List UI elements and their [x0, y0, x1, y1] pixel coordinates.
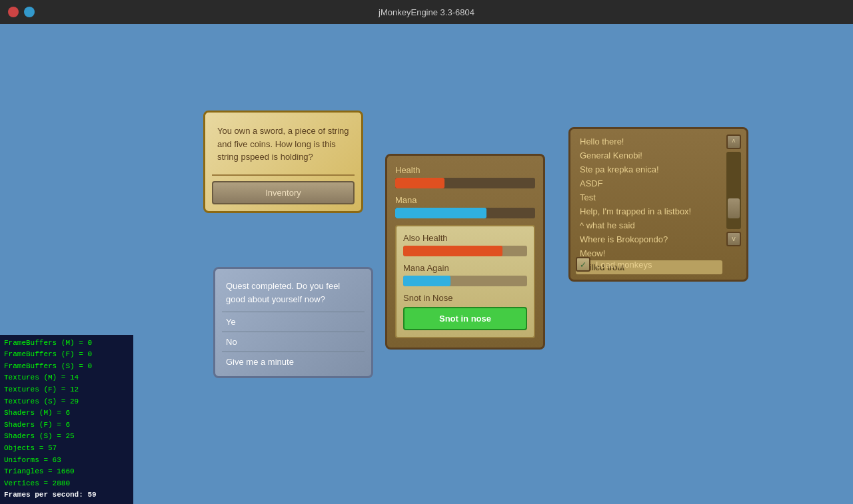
listbox-items: Hello there! General Kenobi! Ste pa krep…: [576, 134, 722, 274]
titlebar: jMonkeyEngine 3.3-6804: [0, 0, 853, 24]
mana-bar-bg: [395, 208, 535, 218]
quest-panel: Quest completed. Do you feel good about …: [213, 267, 373, 378]
debug-line-2: FrameBuffers (S) = 0: [4, 361, 129, 373]
also-health-bar-bg: [403, 246, 527, 256]
list-item-3[interactable]: ASDF: [576, 176, 722, 190]
debug-line-4: Textures (F) = 12: [4, 384, 129, 396]
quest-divider-1: [222, 312, 365, 312]
listbox-scroll-up-button[interactable]: ^: [726, 134, 741, 149]
health-label: Health: [395, 165, 535, 175]
debug-line-7: Shaders (F) = 6: [4, 419, 129, 431]
chevron-up-icon: ^: [732, 138, 736, 146]
debug-line-8: Shaders (S) = 25: [4, 431, 129, 443]
titlebar-buttons: [8, 7, 35, 17]
mana-label: Mana: [395, 195, 535, 205]
minimize-button[interactable]: [24, 7, 35, 17]
debug-line-11: Triangles = 1660: [4, 466, 129, 478]
dialog-panel: You own a sword, a piece of string and f…: [203, 111, 363, 213]
list-item-1[interactable]: General Kenobi!: [576, 148, 722, 162]
debug-line-6: Shaders (M) = 6: [4, 407, 129, 419]
debug-fps: Frames per second: 59: [4, 489, 129, 501]
debug-panel: FrameBuffers (M) = 0 FrameBuffers (F) = …: [0, 335, 133, 504]
quest-question: Quest completed. Do you feel good about …: [222, 276, 365, 310]
load-monkeys-checkbox-area[interactable]: ✓ Load monkeys: [576, 257, 652, 272]
also-health-label: Also Health: [403, 233, 527, 243]
debug-line-10: Uniforms = 63: [4, 455, 129, 467]
mana-again-label: Mana Again: [403, 263, 527, 273]
list-item-6[interactable]: ^ what he said: [576, 218, 722, 232]
listbox-panel: Hello there! General Kenobi! Ste pa krep…: [568, 127, 748, 282]
quest-divider-2: [222, 332, 365, 332]
stats-inner-panel: Also Health Mana Again Snot in Nose Snot…: [395, 225, 535, 338]
list-item-7[interactable]: Where is Brokopondo?: [576, 232, 722, 246]
mana-again-bar-fill: [403, 276, 450, 286]
quest-option-no[interactable]: No: [222, 334, 365, 350]
window-title: jMonkeyEngine 3.3-6804: [379, 7, 474, 17]
also-health-bar-fill: [403, 246, 502, 256]
listbox-scroll-down-button[interactable]: v: [726, 232, 741, 246]
load-monkeys-checkbox[interactable]: ✓: [576, 257, 590, 272]
chevron-down-icon: v: [732, 236, 736, 243]
list-item-0[interactable]: Hello there!: [576, 134, 722, 148]
snot-section: Snot in Nose Snot in nose: [403, 293, 527, 330]
snot-button[interactable]: Snot in nose: [403, 307, 527, 330]
stats-panel: Health Mana Also Health Mana Again Snot …: [385, 154, 545, 350]
quest-divider-3: [222, 352, 365, 352]
game-area: You own a sword, a piece of string and f…: [0, 24, 853, 504]
checkmark-icon: ✓: [580, 259, 586, 270]
quest-option-ye[interactable]: Ye: [222, 314, 365, 330]
debug-line-0: FrameBuffers (M) = 0: [4, 338, 129, 350]
inventory-button[interactable]: Inventory: [212, 181, 355, 204]
dialog-text: You own a sword, a piece of string and f…: [212, 119, 355, 169]
debug-line-3: Textures (M) = 14: [4, 372, 129, 384]
debug-line-9: Objects = 57: [4, 443, 129, 455]
health-bar-bg: [395, 178, 535, 188]
list-item-5[interactable]: Help, I'm trapped in a listbox!: [576, 204, 722, 218]
health-bar-fill: [395, 178, 444, 188]
quest-option-minute[interactable]: Give me a minute: [222, 354, 365, 370]
close-button[interactable]: [8, 7, 19, 17]
debug-line-1: FrameBuffers (F) = 0: [4, 349, 129, 361]
mana-again-bar-bg: [403, 276, 527, 286]
dialog-divider: [212, 174, 355, 176]
snot-label: Snot in Nose: [403, 293, 527, 303]
mana-bar-fill: [395, 208, 486, 218]
list-item-2[interactable]: Ste pa krepka enica!: [576, 162, 722, 176]
list-item-4[interactable]: Test: [576, 190, 722, 204]
load-monkeys-label: Load monkeys: [596, 260, 652, 270]
listbox-scroll-track: [726, 152, 741, 229]
listbox-scroll-thumb[interactable]: [728, 198, 740, 218]
debug-line-12: Vertices = 2880: [4, 478, 129, 490]
debug-line-5: Textures (S) = 29: [4, 396, 129, 408]
